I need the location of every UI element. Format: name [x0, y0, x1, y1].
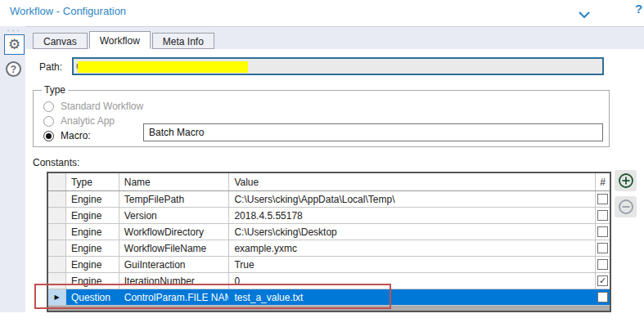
row-checkbox[interactable] — [597, 226, 608, 237]
header-value[interactable]: Value — [229, 173, 596, 190]
type-group-legend: Type — [42, 84, 68, 96]
cell-type[interactable]: Engine — [66, 224, 119, 240]
cell-value[interactable]: True — [229, 257, 596, 272]
table-row[interactable]: EngineVersion2018.4.5.55178 — [48, 208, 610, 224]
macro-type-dropdown[interactable]: Batch Macro — [143, 123, 603, 141]
chevron-down-icon[interactable] — [578, 8, 591, 23]
add-constant-button[interactable] — [615, 170, 637, 191]
table-row[interactable]: EngineGuiInteractionTrue — [48, 257, 610, 273]
cell-type[interactable]: Engine — [66, 240, 119, 256]
cell-hash — [596, 191, 610, 207]
cell-name[interactable]: WorkflowDirectory — [119, 224, 230, 240]
path-input[interactable]: C — [72, 57, 604, 75]
header-hash[interactable]: # — [596, 173, 610, 190]
row-checkbox[interactable] — [597, 292, 608, 302]
help-icon[interactable]: ? — [635, 2, 642, 16]
table-row[interactable]: EngineWorkflowDirectoryC:\Users\cking\De… — [48, 224, 610, 240]
red-annotation-box — [34, 284, 391, 309]
row-selector[interactable] — [48, 240, 66, 256]
constants-table-header: Type Name Value # — [48, 173, 610, 191]
radio-option[interactable]: Standard Workflow — [43, 99, 602, 114]
header-name[interactable]: Name — [119, 173, 230, 190]
cell-type[interactable]: Engine — [66, 257, 119, 272]
row-selector[interactable] — [48, 257, 66, 272]
radio-label: Standard Workflow — [61, 101, 143, 112]
cell-hash: ✓ — [596, 273, 610, 289]
radio-label: Macro: — [61, 130, 91, 141]
cell-value[interactable]: C:\Users\cking\AppData\Local\Temp\ — [229, 191, 596, 207]
help-circle-button[interactable]: ? — [6, 61, 21, 77]
cell-hash — [596, 208, 610, 223]
plus-circle-icon — [618, 172, 634, 189]
yellow-redaction-overlay — [78, 61, 248, 73]
cell-name[interactable]: TempFilePath — [119, 191, 230, 207]
cell-value[interactable]: example.yxmc — [229, 240, 596, 256]
header-gutter — [48, 173, 66, 190]
radio-icon[interactable] — [43, 116, 54, 127]
cell-hash — [596, 240, 610, 256]
configuration-gear-button[interactable]: ⚙ — [4, 34, 25, 55]
row-checkbox[interactable]: ✓ — [597, 275, 608, 286]
tab-canvas[interactable]: Canvas — [33, 33, 88, 49]
row-checkbox[interactable] — [597, 259, 608, 270]
remove-constant-button[interactable] — [615, 196, 637, 217]
tab-workflow[interactable]: Workflow — [89, 31, 151, 49]
header-type[interactable]: Type — [66, 173, 119, 190]
cell-name[interactable]: Version — [119, 208, 230, 223]
constants-label: Constants: — [33, 157, 79, 168]
gear-icon: ⚙ — [8, 38, 20, 52]
cell-hash — [596, 289, 610, 305]
row-selector[interactable] — [48, 208, 66, 223]
cell-value[interactable]: 2018.4.5.55178 — [229, 208, 596, 223]
row-checkbox[interactable] — [597, 210, 608, 221]
minus-circle-icon — [618, 199, 634, 215]
row-selector[interactable] — [48, 224, 66, 240]
row-checkbox[interactable] — [597, 194, 608, 204]
tab-meta-info[interactable]: Meta Info — [152, 33, 214, 49]
tab-bar: Canvas Workflow Meta Info — [33, 31, 216, 49]
cell-hash — [596, 257, 610, 272]
radio-label: Analytic App — [61, 115, 115, 127]
row-checkbox[interactable] — [597, 243, 608, 253]
row-selector[interactable] — [48, 191, 66, 207]
page-title: Workflow - Configuration — [10, 5, 126, 17]
radio-icon[interactable] — [43, 101, 54, 112]
cell-name[interactable]: GuiInteraction — [119, 257, 230, 272]
cell-value[interactable]: C:\Users\cking\Desktop — [229, 224, 596, 240]
cell-hash — [596, 224, 610, 240]
table-row[interactable]: EngineWorkflowFileNameexample.yxmc — [48, 240, 610, 257]
cell-name[interactable]: WorkflowFileName — [119, 240, 230, 256]
radio-icon[interactable] — [43, 131, 54, 141]
table-row[interactable]: EngineTempFilePathC:\Users\cking\AppData… — [48, 191, 610, 208]
cell-type[interactable]: Engine — [66, 208, 119, 223]
cell-type[interactable]: Engine — [66, 191, 119, 207]
question-mark-icon: ? — [11, 64, 16, 75]
path-label: Path: — [39, 61, 62, 73]
